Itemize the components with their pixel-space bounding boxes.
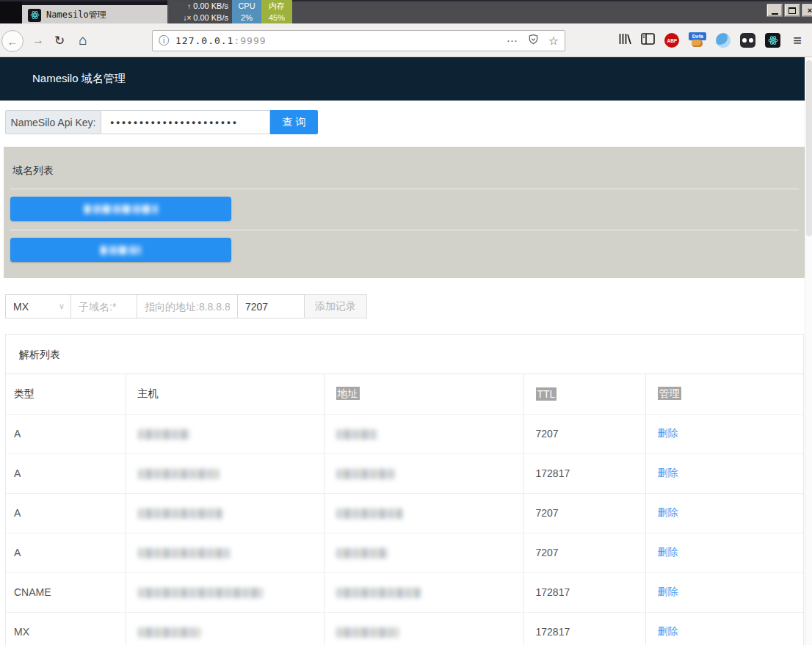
domain-button[interactable]: [10, 197, 231, 221]
records-header-row: 类型 主机 地址 TTL 管理: [6, 374, 803, 414]
address-input[interactable]: [137, 294, 238, 318]
system-monitor-widget: ↑ 0.00 KB/s CPU 内存 ↓× 0.00 KB/s 2% 45%: [167, 0, 292, 23]
record-ttl: 172817: [523, 453, 645, 493]
page-actions-icon[interactable]: ⋯: [507, 34, 518, 48]
domain-list-panel: 域名列表: [4, 147, 805, 278]
domain-list-item: [10, 230, 799, 271]
domain-list-item: [10, 189, 799, 230]
domain-list-title: 域名列表: [12, 164, 54, 178]
back-icon: ←: [7, 35, 18, 48]
reload-icon: ↻: [54, 33, 65, 48]
maximize-button[interactable]: [784, 4, 800, 17]
delete-record-link[interactable]: 删除: [658, 586, 678, 597]
record-type-select[interactable]: MX ∨: [5, 294, 71, 318]
tab-title: Namesilo管理: [46, 9, 106, 21]
cpu-value: 2%: [232, 12, 261, 23]
delete-record-link[interactable]: 删除: [658, 506, 678, 518]
record-type: A: [6, 493, 126, 533]
adblock-plus-icon[interactable]: ABP: [664, 33, 679, 48]
query-button[interactable]: 查 询: [270, 110, 318, 134]
hamburger-menu-icon[interactable]: ≡: [793, 32, 802, 49]
domain-list: [10, 189, 799, 271]
record-type-value: MX: [13, 301, 29, 313]
redacted-address: [336, 548, 388, 558]
scrollbar-thumb[interactable]: [806, 60, 812, 236]
upload-speed: ↑ 0.00 KB/s: [167, 0, 232, 12]
window-titlebar: Namesilo管理 ↑ 0.00 KB/s CPU 内存 ↓× 0.00 KB…: [0, 0, 812, 23]
records-card: 解析列表 类型 主机 地址 TTL 管理 A: [5, 334, 804, 645]
minimize-button[interactable]: [766, 4, 783, 17]
browser-tab[interactable]: Namesilo管理: [22, 5, 169, 25]
subdomain-input[interactable]: [71, 294, 137, 318]
download-speed: ↓× 0.00 KB/s: [167, 12, 232, 23]
page-title: Namesilo 域名管理: [32, 72, 126, 86]
bookmark-star-icon[interactable]: ☆: [548, 34, 559, 48]
ttl-input[interactable]: [238, 294, 305, 318]
redacted-domain-name: [84, 205, 158, 214]
redacted-address: [336, 429, 377, 440]
delete-record-link[interactable]: 删除: [658, 625, 678, 637]
close-button[interactable]: ×: [802, 4, 812, 17]
records-body: A 7207 删除 A 172817 删除: [6, 414, 803, 645]
delete-record-link[interactable]: 删除: [658, 427, 678, 439]
window-controls: ×: [766, 4, 812, 17]
col-host: 主机: [126, 374, 324, 414]
pocket-shield-icon[interactable]: [528, 34, 539, 48]
api-key-label: NameSilo Api Key:: [5, 110, 101, 134]
add-record-form: MX ∨ 添加记录: [5, 294, 367, 318]
record-row: MX 172817 删除: [6, 612, 803, 645]
record-ttl: 7207: [523, 533, 645, 572]
record-ttl: 172817: [523, 572, 645, 612]
delete-record-link[interactable]: 删除: [658, 467, 678, 478]
browser-toolbar: ← → ↻ ⌂ ⓘ 127.0.0.1:9999 ⋯ ☆ ABP: [0, 23, 812, 57]
memory-title: 内存: [261, 0, 292, 12]
atom-extension-icon[interactable]: [765, 33, 780, 48]
col-ttl: TTL: [523, 374, 645, 414]
delete-record-link[interactable]: 删除: [658, 546, 678, 558]
redacted-address: [336, 588, 421, 598]
record-row: A 172817 删除: [6, 453, 803, 493]
home-icon: ⌂: [79, 32, 87, 48]
reload-button[interactable]: ↻: [50, 23, 69, 57]
record-ttl: 7207: [523, 493, 645, 533]
add-record-button[interactable]: 添加记录: [305, 294, 367, 318]
atom-favicon-icon: [28, 9, 41, 22]
record-type: A: [6, 414, 126, 453]
api-key-input[interactable]: [101, 110, 270, 134]
sidebar-icon[interactable]: [641, 33, 655, 48]
site-info-icon[interactable]: ⓘ: [159, 34, 169, 48]
record-row: A 7207 删除: [6, 414, 803, 453]
back-button[interactable]: ←: [1, 30, 23, 52]
library-icon[interactable]: [618, 33, 631, 48]
forward-button[interactable]: →: [29, 23, 47, 57]
defa-extension-icon[interactable]: Defa: [689, 32, 706, 48]
redacted-domain-name: [101, 246, 141, 255]
col-type: 类型: [6, 374, 126, 414]
redacted-host: [138, 429, 189, 440]
memory-value: 45%: [261, 12, 292, 23]
redacted-address: [336, 469, 395, 479]
record-ttl: 7207: [523, 414, 645, 453]
cpu-title: CPU: [232, 0, 261, 12]
redacted-address: [336, 627, 399, 638]
extension-two-dots-icon[interactable]: [740, 33, 755, 48]
page-navbar: Namesilo 域名管理: [0, 57, 812, 101]
redacted-address: [336, 509, 402, 519]
records-title: 解析列表: [6, 335, 803, 374]
redacted-host: [138, 588, 263, 598]
forward-icon: →: [32, 34, 44, 47]
record-ttl: 172817: [523, 612, 645, 645]
redacted-host: [138, 469, 219, 479]
page-scrollbar[interactable]: [805, 57, 812, 645]
domain-button[interactable]: [10, 238, 231, 262]
col-manage: 管理: [645, 374, 803, 414]
home-button[interactable]: ⌂: [73, 23, 93, 57]
url-bar[interactable]: ⓘ 127.0.0.1:9999 ⋯ ☆: [152, 30, 565, 51]
proxy-extension-icon[interactable]: [716, 33, 731, 48]
chevron-down-icon: ∨: [59, 302, 65, 311]
record-row: A 7207 删除: [6, 493, 803, 533]
record-row: A 7207 删除: [6, 533, 803, 572]
url-text: 127.0.0.1:9999: [175, 35, 267, 46]
download-arrow-icon: ↓×: [183, 14, 191, 22]
redacted-host: [138, 627, 200, 638]
